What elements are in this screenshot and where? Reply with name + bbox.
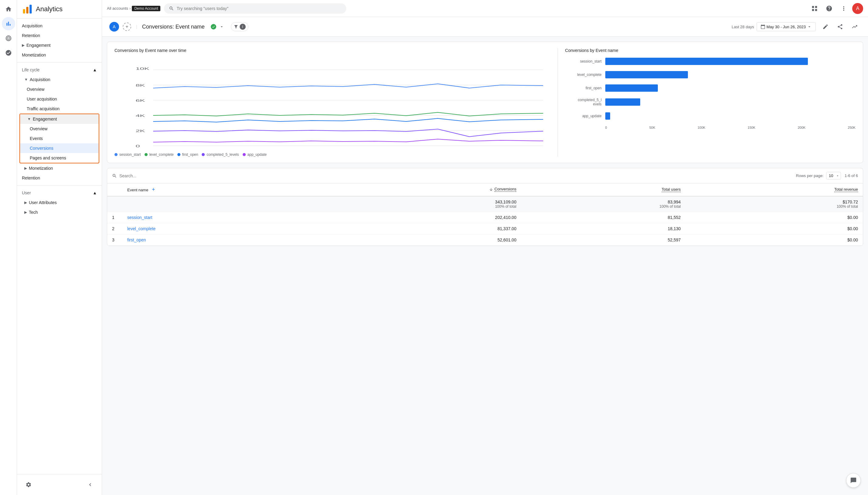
sidebar-item-traffic-acquisition[interactable]: Traffic acquisition <box>17 104 102 114</box>
sidebar-item-conversions[interactable]: Conversions <box>20 143 99 153</box>
add-comparison-btn[interactable]: + <box>123 22 131 31</box>
date-range-picker[interactable]: May 30 - Jun 26, 2023 <box>756 22 816 31</box>
topbar-right: A <box>809 2 863 15</box>
rows-per-page-select[interactable]: 10 25 50 <box>826 172 841 180</box>
th-event-name-label: Event name <box>127 188 148 192</box>
lifecycle-section-header[interactable]: Life cycle ▲ <box>17 65 102 75</box>
th-conversions-label: Conversions <box>494 187 516 192</box>
left-icon-strip <box>0 0 17 495</box>
sort-down-icon <box>489 187 493 192</box>
sidebar-item-acquisition-top[interactable]: Acquisition <box>17 21 102 31</box>
bar-label-app-update: app_update <box>565 114 602 118</box>
sidebar-group-tech[interactable]: ▶ Tech <box>17 207 102 217</box>
th-total-revenue[interactable]: Total revenue <box>685 184 863 196</box>
sidebar-item-pages-screens[interactable]: Pages and screens <box>20 153 99 163</box>
bar-row-app-update: app_update <box>565 113 855 120</box>
conversion-filter-dropdown[interactable] <box>218 22 226 31</box>
breadcrumb-all-accounts[interactable]: All accounts <box>107 6 128 11</box>
sidebar-item-overview-eng[interactable]: Overview <box>20 124 99 134</box>
legend-label-first-open: first_open <box>182 152 198 157</box>
trending-btn[interactable] <box>849 21 861 33</box>
report-title: Conversions: Event name <box>142 24 205 30</box>
pagination-info: 1-6 of 6 <box>845 173 858 178</box>
bar-fill-completed5 <box>605 98 640 106</box>
line-chart-svg: 0 2K 4K 6K 8K 10K <box>115 58 550 149</box>
sidebar-item-monetization-top-label: Monetization <box>22 53 46 57</box>
bar-fill-session-start <box>605 58 808 65</box>
sidebar-item-monetization-top[interactable]: Monetization <box>17 50 102 60</box>
bar-row-level-complete: level_complete <box>565 71 855 78</box>
share-btn[interactable] <box>834 21 846 33</box>
th-total-users[interactable]: Total users <box>521 184 685 196</box>
target-icon-btn[interactable] <box>2 32 15 45</box>
sidebar-conversions-label: Conversions <box>30 146 53 151</box>
sidebar-item-overview-acq[interactable]: Overview <box>17 84 102 94</box>
sidebar-header: Analytics <box>17 0 102 18</box>
conv-session-start: 202,410.00 <box>324 212 521 223</box>
event-first-open[interactable]: first_open <box>122 235 324 246</box>
bar-row-first-open: first_open <box>565 84 855 92</box>
search-bar[interactable] <box>164 3 346 14</box>
configure-icon-btn[interactable] <box>2 46 15 59</box>
more-icon-btn[interactable] <box>838 2 850 15</box>
sidebar-collapse-btn[interactable] <box>84 478 97 491</box>
help-icon-btn[interactable] <box>823 2 835 15</box>
search-input[interactable] <box>177 6 342 11</box>
avatar[interactable]: A <box>852 3 863 14</box>
bar-row-completed5: completed_5_l evels <box>565 98 855 106</box>
add-column-icon[interactable]: + <box>152 186 155 192</box>
totals-users-value: 83,994 <box>526 200 681 204</box>
chat-button[interactable] <box>846 473 861 488</box>
svg-rect-3 <box>23 9 25 13</box>
report-header: A + | Conversions: Event name i <box>102 17 868 37</box>
th-conversions[interactable]: Conversions <box>324 184 521 196</box>
event-level-complete[interactable]: level_complete <box>122 223 324 235</box>
filter-button[interactable]: i <box>231 22 249 31</box>
table-search[interactable] <box>112 173 793 178</box>
axis-50k: 50K <box>649 126 656 130</box>
main-content: All accounts › Demo Account <box>102 0 868 495</box>
analytics-icon-btn[interactable] <box>2 17 15 30</box>
grid-icon-btn[interactable] <box>809 2 821 15</box>
totals-rank-cell <box>107 196 122 212</box>
sidebar-footer <box>17 474 102 495</box>
rows-per-page-label: Rows per page: <box>796 173 824 178</box>
sidebar-item-events[interactable]: Events <box>20 134 99 143</box>
totals-conversions-pct: 100% of total <box>329 204 516 209</box>
legend-first-open: first_open <box>177 152 198 157</box>
bar-track-completed5 <box>605 98 855 106</box>
user-section-header[interactable]: User ▲ <box>17 188 102 198</box>
sidebar-engagement-top-label: Engagement <box>27 43 50 48</box>
table-search-input[interactable] <box>119 173 180 178</box>
event-session-start[interactable]: session_start <box>122 212 324 223</box>
bar-chart-axis: 0 50K 100K 150K 200K 250K <box>565 126 855 130</box>
sidebar-group-engagement-top[interactable]: ▶ Engagement <box>17 40 102 50</box>
settings-btn[interactable] <box>22 478 35 491</box>
sidebar-item-retention[interactable]: Retention <box>17 173 102 183</box>
legend-level-complete: level_complete <box>144 152 174 157</box>
sidebar-group-engagement[interactable]: ▼ Engagement <box>20 114 99 124</box>
sidebar-group-monetization[interactable]: ▶ Monetization <box>17 164 102 173</box>
rev-level-complete: $0.00 <box>685 223 863 235</box>
sidebar-item-acquisition-top-label: Acquisition <box>22 23 42 28</box>
lifecycle-section-title: Life cycle <box>22 67 39 72</box>
legend-app-update: app_update <box>243 152 267 157</box>
breadcrumb-account[interactable]: Demo Account <box>132 6 160 11</box>
table-row: 1 session_start 202,410.00 81,552 $0.00 <box>107 212 863 223</box>
sidebar-group-acquisition[interactable]: ▼ Acquisition <box>17 75 102 84</box>
bar-label-first-open: first_open <box>565 86 602 90</box>
sidebar-engagement-label: Engagement <box>33 117 57 121</box>
sidebar-group-user-attributes[interactable]: ▶ User Attributes <box>17 198 102 207</box>
th-event-name[interactable]: Event name + <box>122 184 324 196</box>
legend-dot-level <box>144 153 148 156</box>
home-icon-btn[interactable] <box>2 2 15 16</box>
legend-dot-completed5 <box>202 153 205 156</box>
separator: | <box>136 24 137 29</box>
sidebar-item-retention-top[interactable]: Retention <box>17 31 102 40</box>
sidebar-user-acquisition-label: User acquisition <box>27 97 57 101</box>
sidebar-item-user-acquisition[interactable]: User acquisition <box>17 94 102 104</box>
search-icon <box>169 6 174 11</box>
svg-text:10K: 10K <box>135 67 149 70</box>
edit-chart-btn[interactable] <box>819 21 832 33</box>
collapse-icon-acquisition: ▼ <box>24 78 28 82</box>
